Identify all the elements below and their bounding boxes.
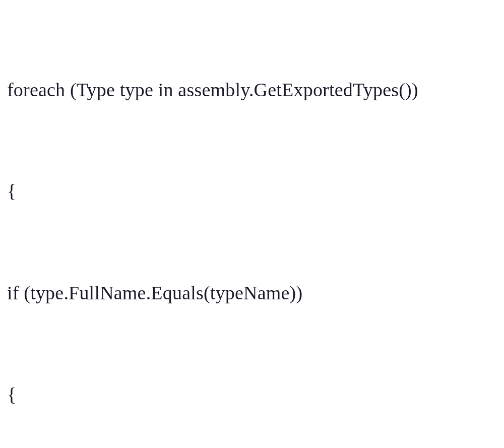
code-line: foreach (Type type in assembly.GetExport…	[7, 73, 497, 107]
code-line: if (type.FullName.Equals(typeName))	[7, 276, 497, 310]
code-snippet: foreach (Type type in assembly.GetExport…	[0, 0, 504, 448]
code-line: {	[7, 378, 497, 412]
code-line: {	[7, 174, 497, 208]
